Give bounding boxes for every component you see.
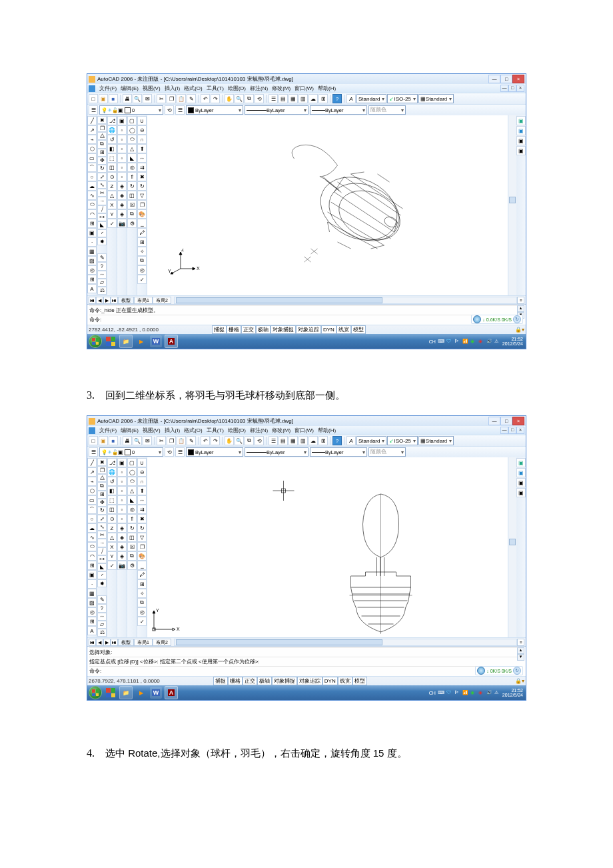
lock-icon[interactable]: 🔒▾ — [515, 678, 524, 684]
menu-format[interactable]: 格式(O) — [184, 427, 203, 434]
layer-mgr-icon[interactable]: ☰ — [89, 447, 98, 457]
ucs-apply-icon[interactable]: ✓ — [107, 219, 117, 228]
layer-states-icon[interactable]: ☰ — [175, 105, 185, 115]
menu-draw[interactable]: 绘图(D) — [228, 427, 246, 434]
section-icon[interactable]: ☒ — [127, 200, 137, 209]
markup-icon[interactable]: ☁ — [308, 436, 318, 445]
rotateface-icon[interactable]: ↻ — [137, 181, 147, 191]
close-button[interactable]: × — [512, 75, 524, 83]
zoom-rt-icon[interactable]: 🔍 — [235, 436, 244, 445]
preview-icon[interactable]: 🔍 — [133, 94, 142, 103]
revolve-icon[interactable]: ↻ — [127, 181, 137, 191]
table-style-select[interactable]: ▦Standard — [418, 94, 454, 103]
tray-aim-icon[interactable]: ◉ — [478, 339, 484, 345]
taskbar-clock[interactable]: 21:522012/5/24 — [502, 688, 523, 697]
sphere-icon[interactable]: ◯ — [127, 125, 137, 135]
line-icon[interactable]: ╱ — [87, 116, 97, 125]
menu-dim[interactable]: 标注(N) — [250, 427, 268, 434]
pline-icon[interactable]: ⌁ — [87, 135, 97, 144]
open-icon[interactable]: ▣ — [99, 436, 108, 445]
refresh-icon[interactable]: ↻ — [513, 315, 521, 323]
text-style-icon[interactable]: A — [346, 436, 356, 445]
menu-help[interactable]: 帮助(H) — [318, 85, 336, 92]
ucs-3p-icon[interactable]: △ — [107, 191, 117, 200]
inquiry-icon[interactable]: ？ — [97, 262, 107, 271]
task-autocad-icon[interactable]: A — [165, 335, 178, 348]
vneiso-icon[interactable]: ◈ — [117, 200, 127, 209]
rect-icon[interactable]: ▭ — [87, 153, 97, 163]
tray-shield-icon[interactable]: 🛡 — [446, 339, 452, 345]
zoom-rt-icon[interactable]: 🔍 — [235, 94, 244, 103]
save-icon[interactable]: ■ — [109, 94, 118, 103]
insert-icon[interactable]: ⊞ — [87, 219, 97, 228]
menu-dim[interactable]: 标注(N) — [250, 85, 268, 92]
point-icon[interactable]: · — [87, 237, 97, 247]
quickcalc-icon[interactable]: ⊞ — [318, 94, 328, 103]
task-apps-icon[interactable] — [105, 335, 117, 347]
status-snap[interactable]: 捕捉 — [212, 325, 227, 334]
copyedge-icon[interactable]: ⎯ — [137, 219, 147, 228]
text-style-select[interactable]: Standard — [356, 94, 386, 103]
ucs-y-icon[interactable]: Y — [107, 209, 117, 219]
dist-icon[interactable]: ↔ — [97, 271, 107, 279]
ucs-face-icon[interactable]: ◧ — [107, 144, 117, 153]
lock-icon[interactable]: 🔒▾ — [515, 327, 524, 333]
markup-icon[interactable]: ☁ — [308, 94, 318, 103]
torus-icon[interactable]: ◎ — [127, 163, 137, 172]
zoom-prev-icon[interactable]: ⟲ — [255, 94, 264, 103]
gradient-icon[interactable]: ▨ — [87, 256, 97, 265]
tab-prev-btn[interactable]: ◀ — [96, 297, 103, 304]
tray-input-icon[interactable]: CH — [429, 339, 436, 344]
ucs-origin-icon[interactable]: ⊙ — [107, 172, 117, 181]
menu-draw[interactable]: 绘图(D) — [228, 85, 246, 92]
mirror-icon[interactable]: ⧋ — [97, 132, 107, 140]
box-icon[interactable]: ▢ — [127, 116, 137, 125]
cut-icon[interactable]: ✂ — [157, 436, 166, 445]
ref-bind-icon[interactable]: ▣ — [516, 146, 526, 155]
taskbar-clock[interactable]: 21:522012/5/24 — [502, 337, 523, 346]
color-select[interactable]: ByLayer — [186, 105, 243, 115]
drawing-canvas[interactable]: Z X Y — [147, 115, 508, 295]
tab-layout1[interactable]: 布局1 — [134, 297, 153, 304]
area-icon[interactable]: ▱ — [97, 279, 107, 287]
menu-help[interactable]: 帮助(H) — [318, 427, 336, 434]
break-icon[interactable]: ⧸ — [97, 205, 107, 213]
publish-icon[interactable]: ✉ — [143, 436, 152, 445]
mtext-icon[interactable]: A — [87, 284, 97, 293]
offsetface-icon[interactable]: ⇉ — [137, 163, 147, 172]
region-icon[interactable]: ◎ — [87, 265, 97, 275]
setup-icon[interactable]: ⚙ — [127, 219, 137, 228]
maximize-button[interactable]: □ — [500, 417, 512, 425]
menu-file[interactable]: 文件(F) — [99, 427, 117, 434]
maximize-button[interactable]: □ — [500, 75, 512, 83]
redo-icon[interactable]: ↷ — [211, 94, 220, 103]
start-button[interactable] — [89, 335, 102, 348]
shell-icon[interactable]: ◎ — [137, 265, 147, 275]
dc-icon[interactable]: ▤ — [279, 436, 288, 445]
dim-style-select[interactable]: ↙ISO-25 — [387, 436, 417, 445]
status-dyn[interactable]: DYN — [321, 325, 336, 334]
rotate-icon[interactable]: ↻ — [97, 165, 107, 173]
zoom-prev-icon[interactable]: ⟲ — [255, 436, 264, 445]
menu-insert[interactable]: 插入(I) — [165, 427, 181, 434]
xline-icon[interactable]: ↗ — [87, 125, 97, 135]
wedge-icon[interactable]: ◣ — [127, 153, 137, 163]
print-icon[interactable]: 🖶 — [123, 94, 132, 103]
menu-file[interactable]: 文件(F) — [99, 85, 117, 92]
new-icon[interactable]: □ — [89, 94, 98, 103]
cmd-docker-icon[interactable]: ≡ — [517, 297, 524, 304]
vbottom-icon[interactable]: ▫ — [117, 135, 127, 144]
undo-icon[interactable]: ↶ — [201, 436, 210, 445]
table-icon[interactable]: ⊞ — [87, 275, 97, 284]
ellipsearc-icon[interactable]: ◠ — [87, 209, 97, 219]
vswiso-icon[interactable]: ◈ — [117, 181, 127, 191]
move-icon[interactable]: ✥ — [97, 157, 107, 165]
lineweight-select[interactable]: ByLayer — [310, 447, 367, 457]
colorface-icon[interactable]: 🎨 — [137, 209, 147, 219]
extrudeface-icon[interactable]: ⬆ — [137, 144, 147, 153]
ref-overlay-icon[interactable]: ▣ — [516, 468, 526, 477]
interfere-icon[interactable]: ⧉ — [127, 209, 137, 219]
linetype-select[interactable]: ByLayer — [245, 447, 308, 457]
status-model[interactable]: 模型 — [351, 325, 366, 334]
menu-window[interactable]: 窗口(W) — [295, 427, 314, 434]
